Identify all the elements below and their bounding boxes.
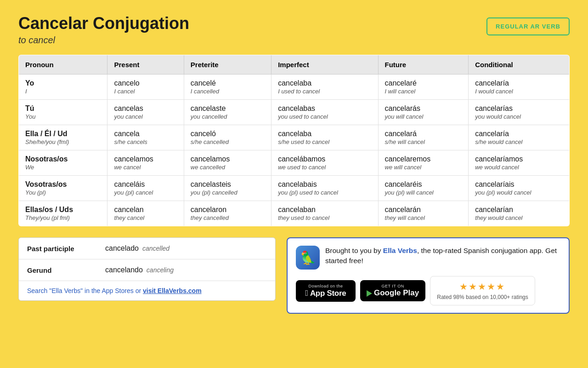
table-row: TúYoucancelasyou cancelcancelasteyou can…: [19, 100, 570, 125]
pronoun-sub: I: [25, 88, 101, 95]
table-row: Vosotras/osYou (pl)canceláisyou (pl) can…: [19, 176, 570, 201]
app-store-button[interactable]: Download on the App Store: [296, 280, 356, 302]
search-text-before: Search "Ella Verbs" in the App Stores or: [27, 287, 143, 294]
conjugation-cell: cancelamoswe cancelled: [184, 150, 271, 176]
pronoun-cell: YoI: [19, 75, 107, 100]
search-text: Search "Ella Verbs" in the App Stores or…: [27, 287, 202, 294]
conj-main: canceláis: [114, 180, 177, 189]
conj-sub: we cancelled: [191, 164, 265, 171]
page-header: Cancelar Conjugation to cancel REGULAR A…: [18, 14, 570, 46]
conjugation-cell: cancelasyou cancel: [107, 100, 184, 125]
play-icon: [367, 290, 372, 297]
conj-sub: they will cancel: [385, 214, 462, 221]
conj-main: cancelamos: [191, 155, 265, 163]
past-participle-value: cancelado: [105, 244, 139, 253]
conj-sub: you (pl) cancel: [114, 189, 177, 196]
conj-main: cancelabais: [278, 180, 371, 189]
table-row: Ellas/os / UdsThey/you (pl fml)cancelant…: [19, 201, 570, 226]
rating-block: ★★★★★ Rated 98% based on 10,000+ ratings: [430, 276, 535, 305]
conj-sub: you will cancel: [385, 113, 462, 120]
search-text-block: Search "Ella Verbs" in the App Stores or…: [19, 281, 275, 300]
pronoun-cell: Vosotras/osYou (pl): [19, 176, 107, 201]
conj-sub: we would cancel: [475, 164, 563, 171]
table-row: Ella / Él / UdShe/he/you (fml)cancelas/h…: [19, 125, 570, 150]
col-header-present: Present: [107, 55, 184, 75]
pronoun-main: Nosotras/os: [25, 155, 101, 163]
conj-sub: they used to cancel: [278, 214, 371, 221]
google-play-large-text: Google Play: [367, 288, 419, 298]
conjugation-table: Pronoun Present Preterite Imperfect Futu…: [18, 55, 570, 226]
pronoun-main: Tú: [25, 104, 101, 113]
conj-main: cancelasteis: [191, 180, 265, 189]
col-header-pronoun: Pronoun: [19, 55, 107, 75]
promo-top: 🦜 Brought to you by Ella Verbs, the top-…: [296, 246, 560, 270]
conjugation-cell: cancelarásyou will cancel: [378, 100, 469, 125]
conj-main: canceló: [191, 130, 265, 138]
pronoun-cell: Nosotras/osWe: [19, 150, 107, 176]
conj-sub: I cancelled: [191, 88, 265, 95]
conjugation-cell: cancelós/he cancelled: [184, 125, 271, 150]
conj-main: cancelaré: [385, 79, 462, 87]
conjugation-cell: cancelaronthey cancelled: [184, 201, 271, 226]
conj-sub: we will cancel: [385, 164, 462, 171]
conj-main: cancelábamos: [278, 155, 371, 163]
conj-sub: s/he cancelled: [191, 138, 265, 145]
conj-sub: I used to cancel: [278, 88, 371, 95]
conjugation-cell: cancelabasyou used to cancel: [271, 100, 378, 125]
conjugation-cell: canceláisyou (pl) cancel: [107, 176, 184, 201]
gerund-label: Gerund: [27, 266, 105, 274]
conj-sub: you (pl) cancelled: [191, 189, 265, 196]
bottom-section: Past participle cancelado cancelled Geru…: [18, 237, 570, 314]
conj-sub: s/he would cancel: [475, 138, 563, 145]
conj-sub: I would cancel: [475, 88, 563, 95]
col-header-preterite: Preterite: [184, 55, 271, 75]
conj-sub: I cancel: [114, 88, 177, 95]
rating-text: Rated 98% based on 10,000+ ratings: [437, 294, 528, 300]
conj-main: cancelarás: [385, 104, 462, 113]
conj-main: cancelaba: [278, 79, 371, 87]
pronoun-sub: They/you (pl fml): [25, 214, 101, 221]
page-title: Cancelar Conjugation: [18, 14, 189, 33]
ella-verbs-promo-link[interactable]: Ella Verbs: [383, 247, 417, 254]
gerund-trans: canceling: [147, 266, 174, 274]
title-rest: Conjugation: [88, 14, 189, 33]
title-block: Cancelar Conjugation to cancel: [18, 14, 189, 46]
conjugation-cell: cancelabaI used to cancel: [271, 75, 378, 100]
conjugation-cell: cancelanthey cancel: [107, 201, 184, 226]
conj-sub: they would cancel: [475, 214, 563, 221]
apple-logo-icon: : [305, 288, 308, 298]
conjugation-cell: cancelabaisyou (pl) used to cancel: [271, 176, 378, 201]
conj-sub: we cancel: [114, 164, 177, 171]
conj-main: cancelé: [191, 79, 265, 87]
app-store-small-text: Download on the: [308, 284, 343, 288]
conj-main: cancelará: [385, 130, 462, 138]
conj-main: cancelaban: [278, 206, 371, 214]
conj-sub: s/he cancels: [114, 138, 177, 145]
conj-main: cancelaría: [475, 130, 563, 138]
conjugation-cell: cancelaréisyou (pl) will cancel: [378, 176, 469, 201]
conj-main: cancelaremos: [385, 155, 462, 163]
google-play-button[interactable]: GET IT ON Google Play: [360, 280, 425, 301]
conjugation-cell: cancelaréI will cancel: [378, 75, 469, 100]
conj-sub: you cancel: [114, 113, 177, 120]
app-store-large-text: App Store: [305, 288, 346, 298]
pronoun-sub: We: [25, 164, 101, 171]
conj-main: cancelabas: [278, 104, 371, 113]
conjugation-cell: cancelaremoswe will cancel: [378, 150, 469, 176]
conjugation-cell: cancelaríaisyou (pl) would cancel: [469, 176, 570, 201]
conj-main: cancelarían: [475, 206, 563, 214]
conjugation-cell: cancelaríaI would cancel: [469, 75, 570, 100]
promo-buttons: Download on the App Store GET IT ON Goo…: [296, 276, 560, 305]
table-row: Nosotras/osWecancelamoswe cancelcancelam…: [19, 150, 570, 176]
conj-main: cancelamos: [114, 155, 177, 163]
conj-main: cancelas: [114, 104, 177, 113]
conj-sub: you would cancel: [475, 113, 563, 120]
pronoun-cell: Ellas/os / UdsThey/you (pl fml): [19, 201, 107, 226]
table-row: YoIcanceloI cancelcanceléI cancelledcanc…: [19, 75, 570, 100]
conj-sub: I will cancel: [385, 88, 462, 95]
app-icon: 🦜: [296, 246, 320, 270]
ella-verbs-link[interactable]: visit EllaVerbs.com: [143, 287, 202, 294]
conjugation-cell: cancelasteyou cancelled: [184, 100, 271, 125]
conjugation-cell: cancelas/he cancels: [107, 125, 184, 150]
col-header-imperfect: Imperfect: [271, 55, 378, 75]
